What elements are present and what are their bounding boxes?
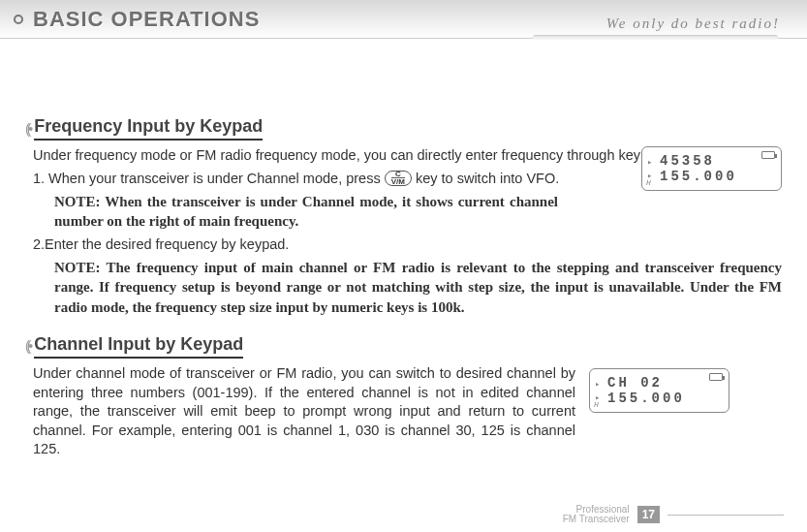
cvm-key-icon: CV/M <box>385 171 412 186</box>
radio-wave-icon: ((• <box>25 338 30 354</box>
section1-heading-row: ((• Frequency Input by Keypad <box>25 116 782 141</box>
section1-note2: NOTE: The frequency input of main channe… <box>54 258 782 317</box>
section2-heading: Channel Input by Keypad <box>34 334 243 359</box>
battery-icon <box>761 151 775 159</box>
slogan-text: We only do best radio! <box>606 16 780 32</box>
section1-step2: 2.Enter the desired frequency by keypad. <box>33 235 782 255</box>
section1-heading: Frequency Input by Keypad <box>34 116 263 141</box>
h-indicator: H <box>594 400 602 409</box>
main-content: ((• Frequency Input by Keypad ▸ ▸ H 4535… <box>0 39 807 463</box>
radio-wave-icon: ((• <box>25 121 30 137</box>
h-indicator: H <box>646 178 654 187</box>
battery-icon <box>709 373 723 381</box>
section1-body: ▸ ▸ H 45358 155.000 Under frequency mode… <box>25 146 782 317</box>
lcd2-line1: CH 02 <box>607 375 721 391</box>
lcd1-line2: 155.000 <box>660 169 773 184</box>
footer-divider <box>667 515 784 516</box>
lcd1-line1: 45358 <box>660 153 773 169</box>
arrow-icon: ▸ <box>595 379 603 390</box>
header-bullet-icon <box>14 15 23 24</box>
section2-heading-row: ((• Channel Input by Keypad <box>25 334 782 359</box>
footer-text: Professional FM Transceiver <box>563 505 630 524</box>
arrow-icon: ▸ <box>647 157 655 168</box>
section2-body: Under channel mode of transceiver or FM … <box>25 364 782 463</box>
page-title: BASIC OPERATIONS <box>33 7 260 32</box>
page-number: 17 <box>637 506 660 523</box>
lcd-display-2: ▸ ▸ H CH 02 155.000 <box>589 368 729 413</box>
lcd2-line2: 155.000 <box>607 391 721 406</box>
section1-note1: NOTE: When the transceiver is under Chan… <box>54 192 558 232</box>
slogan-underline <box>533 35 778 41</box>
step1-pre: 1. When your transceiver is under Channe… <box>33 171 385 186</box>
section2: ((• Channel Input by Keypad Under channe… <box>25 334 782 463</box>
section2-paragraph: Under channel mode of transceiver or FM … <box>33 364 575 459</box>
lcd-display-1: ▸ ▸ H 45358 155.000 <box>641 146 782 191</box>
footer-line2: FM Transceiver <box>563 515 630 524</box>
step1-post: key to switch into VFO. <box>412 171 559 186</box>
page-footer: Professional FM Transceiver 17 <box>563 505 784 524</box>
